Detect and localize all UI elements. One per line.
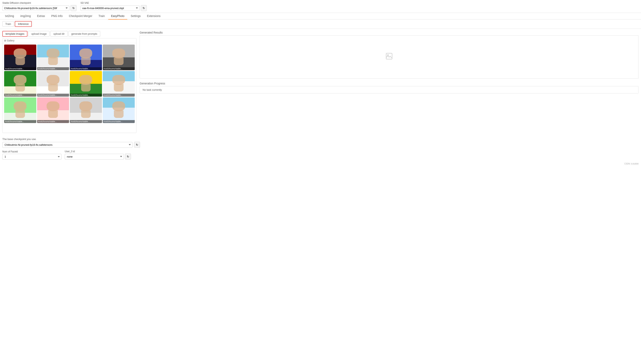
gallery-item-label: /root/zhoumo/stable... — [37, 94, 69, 96]
vae-field-group: SD VAE vae-ft-mse-840000-ema-pruned.ckpt… — [80, 2, 147, 11]
footer-note: CSDN: b.bubble — [0, 162, 641, 166]
list-item[interactable]: /root/zhoumo/stable... — [4, 71, 36, 96]
content-area: template images upload image upload dir … — [0, 28, 641, 135]
image-tab-upload-image[interactable]: upload image — [28, 31, 50, 37]
top-section: Stable Diffusion checkpoint Chilloutmix-… — [0, 0, 641, 13]
vae-select[interactable]: vae-ft-mse-840000-ema-pruned.ckpt — [80, 6, 140, 11]
checkpoint-label: Stable Diffusion checkpoint — [2, 2, 76, 4]
vae-select-wrapper: vae-ft-mse-840000-ema-pruned.ckpt ↻ — [80, 5, 147, 11]
list-item[interactable]: /root/zhoumo/stable... — [4, 44, 36, 70]
checkpoint-refresh-button[interactable]: ↻ — [70, 5, 76, 11]
no-task-text: No task currently — [142, 88, 162, 91]
checkpoint-field-group: Stable Diffusion checkpoint Chilloutmix-… — [2, 2, 76, 11]
gallery-label: Gallery — [7, 39, 14, 42]
svg-rect-0 — [386, 53, 392, 59]
gallery-item-label: /root/zhoumo/stable... — [103, 94, 135, 96]
list-item[interactable]: /root/zhoumo/stable... — [103, 71, 135, 96]
list-item[interactable]: /root/zhoumo/stable... — [37, 44, 69, 70]
num-faceid-label: Num of Faceid — [2, 150, 62, 153]
user-id-label: User_0 id — [65, 150, 131, 153]
tab-extras[interactable]: Extras — [34, 13, 48, 20]
progress-box: No task currently — [140, 86, 639, 94]
list-item[interactable]: /root/zhoumo/stable... — [37, 71, 69, 96]
list-item[interactable]: /root/zhoumo/stable... — [4, 98, 36, 123]
num-faceid-select[interactable]: 1 — [2, 154, 62, 160]
user-id-group: User_0 id none ↻ — [65, 150, 131, 160]
num-faceid-group: Num of Faceid 1 — [2, 150, 62, 160]
list-item[interactable]: /root/zhoumo/stable... — [103, 98, 135, 123]
main-nav: txt2img img2img Extras PNG Info Checkpoi… — [0, 13, 641, 20]
gallery-icon: ⊞ — [4, 39, 6, 42]
user-id-select[interactable]: none — [65, 154, 124, 160]
list-item[interactable]: /root/zhoumo/stable... — [70, 44, 102, 70]
image-tab-generate-prompts[interactable]: generate from prompts — [68, 31, 100, 37]
checkpoint-select[interactable]: Chilloutmix-Ni-pruned-fp16-fix.safetenso… — [2, 6, 70, 11]
tab-train[interactable]: Train — [96, 13, 108, 20]
gallery-container[interactable]: ⊞ Gallery /root/zhoumo/stable... /root/z… — [2, 38, 136, 133]
base-checkpoint-row: Chilloutmix-Ni-pruned-fp16-fix.safetenso… — [2, 142, 639, 148]
user-id-refresh-button[interactable]: ↻ — [125, 154, 131, 160]
tab-txt2img[interactable]: txt2img — [2, 13, 17, 20]
gallery-item-label: /root/zhoumo/stable... — [70, 67, 102, 70]
gallery-item-label: /root/zhoumo/stable... — [103, 67, 135, 70]
base-checkpoint-refresh-button[interactable]: ↻ — [134, 142, 140, 148]
tab-easyphoto[interactable]: EasyPhoto — [108, 13, 127, 20]
image-tabs: template images upload image upload dir … — [2, 31, 136, 37]
tab-img2img[interactable]: img2img — [18, 13, 34, 20]
tab-settings[interactable]: Settings — [128, 13, 144, 20]
list-item[interactable]: /root/zhoumo/stable... — [70, 71, 102, 96]
user-id-select-wrapper: none ↻ — [65, 154, 131, 160]
generated-results-title: Generated Results — [140, 31, 639, 34]
right-panel: Generated Results Generation Progress No… — [140, 31, 639, 133]
image-tab-upload-dir[interactable]: upload dir — [50, 31, 68, 37]
gallery-item-label: /root/zhoumo/stable... — [4, 94, 36, 96]
tab-png-info[interactable]: PNG Info — [48, 13, 66, 20]
gallery-item-label: /root/zhoumo/stable... — [37, 120, 69, 123]
generation-progress-title: Generation Progress — [140, 82, 639, 85]
checkpoint-select-wrapper: Chilloutmix-Ni-pruned-fp16-fix.safetenso… — [2, 5, 76, 11]
generation-progress-section: Generation Progress No task currently — [140, 82, 639, 94]
gallery-item-label: /root/zhoumo/stable... — [37, 67, 69, 70]
generated-results-box — [140, 35, 639, 79]
image-tab-template[interactable]: template images — [2, 31, 28, 37]
num-faceid-select-wrapper: 1 — [2, 154, 62, 160]
left-panel: template images upload image upload dir … — [2, 31, 136, 133]
gallery-item-label: /root/zhoumo/stable... — [4, 67, 36, 70]
gallery-item-label: /root/zhoumo/stable... — [70, 94, 102, 96]
vae-refresh-button[interactable]: ↻ — [141, 5, 147, 11]
generated-results-section: Generated Results — [140, 31, 639, 79]
sub-tab-train[interactable]: Train — [2, 21, 14, 26]
bottom-section: The base checkpoint you use. Chilloutmix… — [0, 135, 641, 162]
gallery-header: ⊞ Gallery — [2, 38, 136, 43]
sub-tab-inference[interactable]: Inference — [15, 21, 32, 27]
gallery-item-label: /root/zhoumo/stable... — [4, 120, 36, 123]
vae-label: SD VAE — [80, 2, 147, 4]
tab-checkpoint-merger[interactable]: Checkpoint Merger — [66, 13, 95, 20]
gallery-item-label: /root/zhoumo/stable... — [70, 120, 102, 123]
gallery-grid: /root/zhoumo/stable... /root/zhoumo/stab… — [2, 43, 136, 124]
image-placeholder-icon — [385, 52, 393, 62]
tab-extensions[interactable]: Extensions — [144, 13, 163, 20]
params-row: Num of Faceid 1 User_0 id none ↻ — [2, 150, 639, 160]
base-checkpoint-select[interactable]: Chilloutmix-Ni-pruned-fp16-fix.safetenso… — [2, 142, 132, 148]
list-item[interactable]: /root/zhoumo/stable... — [103, 44, 135, 70]
svg-point-1 — [388, 54, 388, 56]
base-checkpoint-description: The base checkpoint you use. — [2, 138, 639, 140]
gallery-item-label: /root/zhoumo/stable... — [103, 120, 135, 123]
list-item[interactable]: /root/zhoumo/stable... — [70, 98, 102, 123]
list-item[interactable]: /root/zhoumo/stable... — [37, 98, 69, 123]
sub-tabs: Train Inference — [0, 20, 641, 28]
